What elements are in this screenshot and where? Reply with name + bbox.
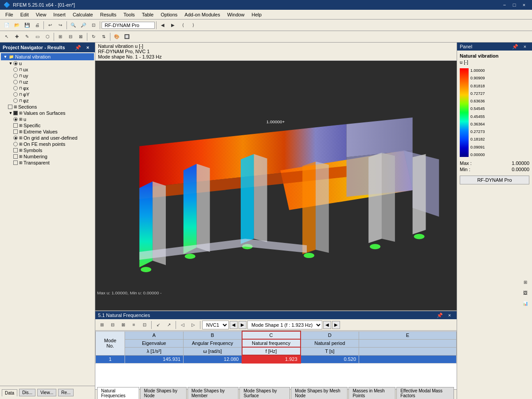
bt-btn6[interactable]: ↙ [153,320,163,330]
tb-btn4[interactable]: ⟩ [188,20,198,30]
next-mode-btn[interactable]: ▶ [239,321,246,329]
tab-natural-freq[interactable]: Natural Frequencies [97,387,139,399]
table-row[interactable]: 1 145.931 12.080 1.923 0.520 [96,355,457,363]
tree-sections[interactable]: ⊞ Sections [1,104,94,110]
bt-btn2[interactable]: ⊟ [108,320,117,330]
bt-btn4[interactable]: ≡ [129,320,139,330]
panel-icon3[interactable]: 📊 [520,298,530,308]
bt-btn5[interactable]: ⊡ [140,320,149,330]
tree-ongrid[interactable]: ⊞ On grid and user-defined [1,135,94,141]
next-shape-btn[interactable]: ▶ [332,321,340,329]
zoom-in-btn[interactable]: 🔍 [68,20,78,30]
tree-specific[interactable]: ⊞ Specific [1,122,94,129]
menu-edit[interactable]: Edit [17,11,32,18]
panel-pin[interactable]: 📌 [511,43,520,50]
bt-btn7[interactable]: ↗ [164,320,174,330]
menu-help[interactable]: Help [248,11,266,18]
tab-mode-shapes-node[interactable]: Mode Shapes by Node [140,387,187,399]
nvc-dropdown[interactable]: NVC1 [202,321,229,329]
minimize-button[interactable]: − [500,1,509,8]
t2-btn4[interactable]: ▭ [32,32,42,42]
tree-fz[interactable]: ⊓ φz [1,98,94,104]
panel-icon2[interactable]: 🖼 [520,288,530,297]
t2-btn5[interactable]: ⬡ [43,32,52,42]
tree-u2[interactable]: ⊞ u [1,116,94,122]
zoom-out-btn[interactable]: 🔎 [78,20,88,30]
menu-table[interactable]: Table [138,11,157,18]
rfdynam-panel-btn[interactable]: RF-DYNAM Pro [460,176,529,184]
t2-btn7[interactable]: ⊟ [66,32,75,42]
flip-btn[interactable]: ⇅ [99,32,109,42]
rotate-btn[interactable]: ↻ [89,32,98,42]
menu-insert[interactable]: Insert [50,11,69,18]
t2-btn8[interactable]: ⊠ [76,32,86,42]
mode-shape-dropdown[interactable]: Mode Shape 1 (f : 1.923 Hz) [247,321,322,329]
viewport-title3: Mode shape No. 1 - 1.923 Hz [98,54,454,59]
open-btn[interactable]: 📂 [12,20,22,30]
tab-mode-shapes-surface[interactable]: Mode Shapes by Surface [239,387,290,399]
tb-btn2[interactable]: ▶ [168,20,178,30]
menu-calculate[interactable]: Calculate [69,11,97,18]
tree-uy[interactable]: ⊓ uy [1,73,94,79]
tree-ux[interactable]: ⊓ ux [1,66,94,73]
maximize-button[interactable]: □ [510,1,519,8]
wire-btn[interactable]: 🔲 [122,32,132,42]
print-btn[interactable]: 🖨 [32,20,42,30]
tab-mode-shapes-member[interactable]: Mode Shapes by Member [188,387,239,399]
tab-modal-mass[interactable]: Effective Modal Mass Factors [396,387,454,399]
sidebar-tab-data[interactable]: Data [2,389,17,396]
menu-file[interactable]: File [2,11,17,18]
menu-view[interactable]: View [32,11,50,18]
panel-close[interactable]: × [520,43,529,50]
tree-fy[interactable]: ⊓ φY [1,91,94,98]
t2-btn6[interactable]: ⊞ [55,32,65,42]
menu-tools[interactable]: Tools [120,11,138,18]
menu-results[interactable]: Results [97,11,120,18]
tree-numbering[interactable]: ⊞ Numbering [1,153,94,160]
tree-onfe[interactable]: ⊞ On FE mesh points [1,141,94,147]
tb-btn1[interactable]: ◀ [158,20,168,30]
3d-viewport[interactable]: 1.00000+ Max u: 1.00000, Min u: 0.00000 … [95,61,457,310]
t2-btn2[interactable]: ✚ [12,32,22,42]
sidebar-tab-view[interactable]: View... [37,389,56,396]
sidebar-tab-re[interactable]: Re... [58,389,74,396]
tree-symbols[interactable]: ⊞ Symbols [1,147,94,153]
bottom-close[interactable]: × [445,312,454,319]
tree-uz[interactable]: ⊓ uz [1,79,94,85]
tab-masses-mesh[interactable]: Masses in Mesh Points [348,387,395,399]
tree-extreme[interactable]: ⊞ Extreme Values [1,129,94,135]
bt-btn3[interactable]: ⊠ [118,320,128,330]
tree-transparent[interactable]: ⊞ Transparent [1,160,94,166]
radio-u [13,61,18,66]
redo-btn[interactable]: ↪ [55,20,65,30]
prev-mode-btn[interactable]: ◀ [230,321,238,329]
t2-btn3[interactable]: ✎ [22,32,32,42]
save-btn[interactable]: 💾 [22,20,32,30]
tree-u[interactable]: ▼ u [1,60,94,66]
bottom-pin[interactable]: 📌 [435,312,444,319]
tree-val-surfaces[interactable]: ▼ ✓ ⊞ Values on Surfaces [1,110,94,116]
sidebar-close[interactable]: × [83,44,92,51]
sidebar-pin[interactable]: 📌 [74,44,82,51]
new-btn[interactable]: 📄 [2,20,12,30]
tb-btn3[interactable]: ⟨ [178,20,188,30]
bt-btn9[interactable]: ▷ [188,320,198,330]
prev-shape-btn[interactable]: ◀ [323,321,331,329]
sidebar-tab-dis[interactable]: Dis... [19,389,35,396]
menu-window[interactable]: Window [223,11,248,18]
menu-options[interactable]: Options [157,11,181,18]
t2-btn1[interactable]: ↖ [2,32,12,42]
tree-natural-vibration[interactable]: ▼ 📁 Natural vibration [1,53,94,60]
svg-marker-15 [241,154,254,244]
undo-btn[interactable]: ↩ [45,20,55,30]
zoom-fit-btn[interactable]: ⊡ [89,20,98,30]
bt-btn8[interactable]: ◁ [178,320,188,330]
render-btn[interactable]: 🎨 [112,32,121,42]
tab-mode-shapes-mesh[interactable]: Mode Shapes by Mesh Node [291,387,348,399]
tree-fx[interactable]: ⊓ φx [1,85,94,91]
close-button[interactable]: × [520,1,528,8]
menu-addon[interactable]: Add-on Modules [181,11,223,18]
bt-btn1[interactable]: ⊞ [97,320,107,330]
panel-vib-label: Natural vibration [460,53,529,59]
panel-icon1[interactable]: ⊞ [520,277,530,287]
